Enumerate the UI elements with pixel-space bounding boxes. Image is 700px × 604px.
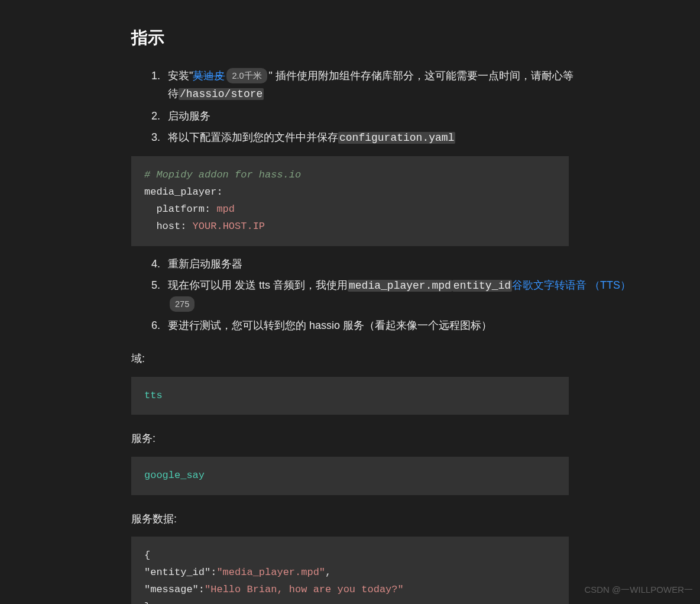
text: 安装" bbox=[168, 70, 193, 82]
code-path: /hassio/store bbox=[179, 88, 264, 100]
code-block-service: google_say bbox=[131, 457, 569, 495]
code-entity: media_player.mpd bbox=[348, 280, 452, 292]
list-item: 要进行测试，您可以转到您的 hassio 服务（看起来像一个远程图标） bbox=[131, 316, 657, 335]
text: 现在你可以用 发送 tts 音频到，我使用 bbox=[168, 279, 348, 291]
list-item: 现在你可以用 发送 tts 音频到，我使用media_player.mpdent… bbox=[131, 276, 657, 313]
text: 将以下配置添加到您的文件中并保存 bbox=[168, 131, 338, 143]
label-service: 服务: bbox=[131, 429, 657, 448]
code-block-yaml: # Mopidy addon for hass.io media_player:… bbox=[131, 156, 569, 246]
badge-count: 275 bbox=[170, 296, 195, 312]
code-entityid: entity_id bbox=[452, 280, 512, 292]
list-item: 重新启动服务器 bbox=[131, 255, 657, 273]
link-google-tts[interactable]: 谷歌文字转语音 （TTS） bbox=[512, 279, 631, 291]
label-servicedata: 服务数据: bbox=[131, 510, 657, 528]
code-block-json: { "entity_id":"media_player.mpd", "messa… bbox=[131, 537, 569, 604]
link-modipi[interactable]: 莫迪皮 bbox=[193, 70, 225, 82]
code-block-domain: tts bbox=[131, 377, 569, 415]
instruction-list-part2: 重新启动服务器 现在你可以用 发送 tts 音频到，我使用media_playe… bbox=[131, 255, 657, 335]
heading-instructions: 指示 bbox=[131, 24, 657, 52]
list-item: 将以下配置添加到您的文件中并保存configuration.yaml bbox=[131, 128, 657, 147]
label-domain: 域: bbox=[131, 350, 657, 368]
list-item: 安装"莫迪皮2.0千米" 插件使用附加组件存储库部分，这可能需要一点时间，请耐心… bbox=[131, 67, 657, 104]
code-filename: configuration.yaml bbox=[338, 132, 455, 144]
badge-distance: 2.0千米 bbox=[226, 68, 267, 84]
list-item: 启动服务 bbox=[131, 107, 657, 125]
instruction-list-part1: 安装"莫迪皮2.0千米" 插件使用附加组件存储库部分，这可能需要一点时间，请耐心… bbox=[131, 67, 657, 147]
